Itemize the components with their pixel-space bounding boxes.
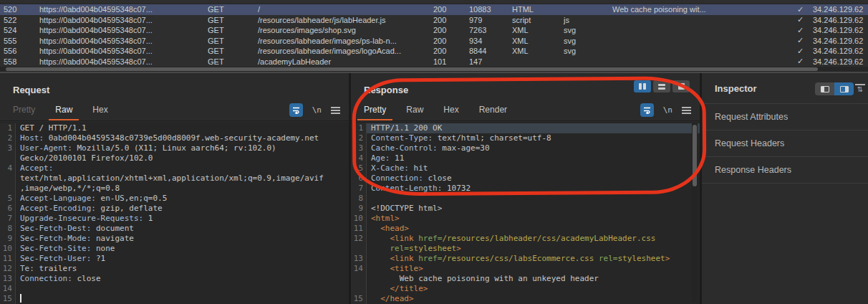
history-row[interactable]: 555https://0abd004b04595348c07...GET/res… (0, 36, 868, 47)
editor-line: 3Cache-Control: max-age=30 (351, 143, 700, 153)
history-cell-method: GET (204, 26, 254, 34)
history-cell-id: 556 (0, 47, 36, 55)
history-cell-id: 558 (0, 57, 36, 66)
editor-line: Gecko/20100101 Firefox/102.0 (0, 153, 349, 163)
line-number: 5 (351, 163, 367, 174)
response-tab-pretty[interactable]: Pretty (364, 105, 386, 119)
history-cell-id: 522 (0, 16, 36, 24)
history-cell-ip: 34.246.129.62 (809, 37, 868, 45)
response-vertical-scrollbar[interactable] (692, 123, 698, 303)
line-number: 10 (0, 244, 16, 254)
history-cell-tls: ✓ (791, 26, 809, 35)
line-number: 13 (0, 274, 16, 284)
history-cell-method: GET (204, 47, 254, 55)
line-number: 15 (351, 294, 367, 304)
history-cell-mime: script (508, 16, 560, 24)
line-number: 11 (351, 224, 367, 234)
editor-line: 10Sec-Fetch-Site: none (0, 244, 349, 254)
history-cell-tls: ✓ (791, 57, 809, 66)
editor-line: 2Host: 0abd004b04595348c0739e5d00d8009f.… (0, 133, 349, 143)
history-row[interactable]: 524https://0abd004b04595348c07...GET/res… (0, 25, 868, 36)
history-row[interactable]: 556https://0abd004b04595348c07...GET/res… (0, 46, 868, 57)
line-number: 11 (0, 254, 16, 264)
editor-line: 1HTTP/1.1 200 OK (351, 123, 700, 133)
inspector-section-request-headers[interactable]: Request Headers (702, 130, 868, 157)
history-cell-url: /academyLabHeader (254, 57, 430, 66)
line-number: 2 (351, 133, 367, 143)
editor-line: 9Sec-Fetch-Mode: navigate (0, 234, 349, 244)
editor-line: 4Accept: (0, 163, 349, 174)
editor-line: 11 <head> (351, 224, 700, 234)
history-cell-url: /resources/images/shop.svg (254, 26, 430, 34)
history-cell-ext: js (560, 16, 609, 24)
history-cell-length: 8844 (466, 47, 508, 55)
history-cell-url: /resources/labheader/images/logoAcad... (254, 47, 430, 55)
history-cell-length: 979 (466, 16, 508, 24)
history-cell-url: /resources/labheader/js/labHeader.js (254, 16, 430, 24)
editor-line: 5Accept-Language: en-US,en;q=0.5 (0, 194, 349, 204)
history-cell-status: 200 (430, 37, 466, 45)
request-panel-header: Request PrettyRawHex \n (0, 73, 349, 121)
line-number: 12 (0, 264, 16, 274)
line-number: 15 (0, 294, 16, 304)
response-tab-render[interactable]: Render (479, 105, 507, 119)
collapse-all-icon[interactable]: ⇅ (855, 84, 865, 94)
line-number: 7 (351, 184, 367, 194)
show-newlines-icon[interactable]: \n (663, 105, 672, 115)
history-cell-length: 10883 (466, 5, 508, 14)
history-cell-length: 934 (466, 37, 508, 45)
dock-right-button[interactable] (834, 82, 854, 95)
editor-line: 3User-Agent: Mozilla/5.0 (X11; Linux aar… (0, 143, 349, 153)
line-number: 2 (0, 133, 16, 143)
soft-wrap-icon[interactable] (640, 103, 654, 117)
history-cell-ext: svg (560, 26, 609, 34)
request-tab-hex[interactable]: Hex (92, 105, 107, 119)
response-tab-raw[interactable]: Raw (406, 105, 423, 119)
history-cell-url: / (254, 5, 430, 14)
show-newlines-icon[interactable]: \n (312, 105, 322, 115)
scrollbar-thumb[interactable] (693, 125, 697, 186)
panel-left-icon (821, 86, 829, 92)
table-horizontal-scrollbar[interactable] (0, 67, 868, 72)
history-cell-ext: svg (560, 47, 609, 55)
history-cell-mime: XML (508, 26, 560, 34)
line-number: 13 (351, 254, 367, 264)
request-panel-title: Request (13, 85, 49, 95)
line-number (351, 284, 367, 294)
history-cell-url: /resources/labheader/images/ps-lab-n... (254, 37, 430, 45)
request-tab-pretty[interactable]: Pretty (13, 105, 35, 119)
response-editor[interactable]: 1HTTP/1.1 200 OK2Content-Type: text/html… (351, 122, 700, 304)
history-cell-id: 555 (0, 37, 36, 45)
editor-line: 2Content-Type: text/html; charset=utf-8 (351, 133, 700, 143)
history-cell-id: 520 (0, 5, 36, 14)
history-row[interactable]: 520https://0abd004b04595348c07...GET/200… (0, 4, 868, 15)
request-tab-raw[interactable]: Raw (55, 105, 72, 119)
history-cell-title: Web cache poisoning wit... (609, 5, 791, 14)
editor-line: 12Te: trailers (0, 264, 349, 274)
editor-line: 13 <link href=/resources/css/labsEcommer… (351, 254, 700, 264)
editor-line: </title> (351, 284, 700, 294)
editor-line: 7Content-Length: 10732 (351, 184, 700, 194)
inspector-section-response-headers[interactable]: Response Headers (702, 157, 868, 184)
history-cell-ip: 34.246.129.62 (809, 47, 868, 55)
editor-line: Web cache poisoning with an unkeyed head… (351, 274, 700, 284)
request-panel: Request PrettyRawHex \n 1GET / HTTP/1.12… (0, 73, 349, 304)
history-row[interactable]: 558https://0abd004b04595348c07...GET/aca… (0, 57, 868, 67)
scrollbar-thumb[interactable] (6, 67, 818, 71)
soft-wrap-icon[interactable] (289, 103, 303, 117)
dock-left-button[interactable] (815, 82, 834, 95)
editor-line: ,image/webp,*/*;q=0.8 (0, 184, 349, 194)
inspector-section-request-attributes[interactable]: Request Attributes (702, 104, 868, 130)
editor-menu-icon[interactable] (331, 107, 340, 114)
line-number: 6 (351, 174, 367, 184)
editor-menu-icon[interactable] (682, 107, 691, 114)
history-cell-tls: ✓ (791, 5, 809, 14)
history-cell-length: 147 (466, 57, 508, 66)
response-tab-hex[interactable]: Hex (443, 105, 458, 119)
editor-line: 9<!DOCTYPE html> (351, 204, 700, 214)
history-cell-host: https://0abd004b04595348c07... (36, 26, 204, 34)
line-number: 3 (0, 143, 16, 153)
history-row[interactable]: 522https://0abd004b04595348c07...GET/res… (0, 15, 868, 26)
request-editor[interactable]: 1GET / HTTP/1.12Host: 0abd004b04595348c0… (0, 122, 349, 304)
editor-line: text/html,application/xhtml+xml,applicat… (0, 174, 349, 184)
